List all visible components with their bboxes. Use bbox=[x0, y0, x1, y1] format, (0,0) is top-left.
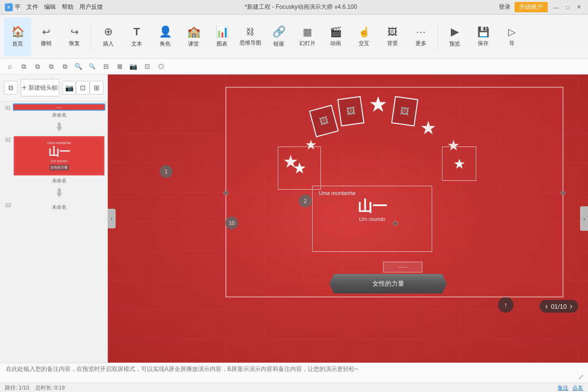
camera-button[interactable]: 📷 bbox=[62, 81, 76, 95]
bottom-bar: ⤢ 路径: 1/10 总时长: 0:19 备注 点名 bbox=[0, 363, 588, 392]
right-collapse-button[interactable]: › bbox=[580, 206, 588, 231]
photo-card-2: 🖼 bbox=[337, 96, 364, 126]
canvas-area[interactable]: ‹ ★ ★ 🖼 bbox=[108, 74, 588, 363]
slide-frame: ★ ★ 🖼 🖼 ★ 🖼 ★ ★ ★ bbox=[225, 87, 564, 297]
slide-thumb-3[interactable]: Lorem ipsum dolor sit amet, consectetur … bbox=[13, 201, 105, 203]
mountain-label: Uma montanha bbox=[318, 190, 426, 196]
nav-icon: ▷ bbox=[508, 26, 515, 38]
close-button[interactable]: ✕ bbox=[575, 3, 583, 11]
action-shape[interactable]: ⬡ bbox=[155, 61, 167, 73]
link-icon: 🔗 bbox=[272, 25, 286, 38]
toolbar-slide[interactable]: ▦ 幻灯片 bbox=[294, 17, 321, 56]
more-icon: ⋯ bbox=[416, 26, 426, 38]
toolbar-role[interactable]: 👤 角色 bbox=[151, 17, 179, 56]
toolbar-redo-label: 恢复 bbox=[69, 40, 80, 47]
upgrade-button[interactable]: 升级账户 bbox=[514, 2, 548, 12]
share-icon: ↑ bbox=[504, 301, 508, 309]
toolbar-redo[interactable]: ↪ 恢复 bbox=[61, 17, 88, 56]
star-3: ★ bbox=[368, 92, 388, 117]
copy-icon: ⧉ bbox=[8, 84, 13, 92]
toolbar-home[interactable]: 🏠 首页 bbox=[4, 17, 31, 56]
menu-ping[interactable]: 平 bbox=[15, 3, 21, 11]
action-copy1[interactable]: ⧉ bbox=[18, 61, 29, 73]
toolbar-undo-label: 撤销 bbox=[41, 40, 51, 47]
sidebar-btn4[interactable]: ⊞ bbox=[90, 81, 103, 95]
menu-feedback[interactable]: 用户反馈 bbox=[79, 3, 103, 11]
sidebar-btn3[interactable]: ⊡ bbox=[76, 81, 90, 95]
notes-area: ⤢ bbox=[0, 363, 588, 383]
slide2-banner-mini: 女性的力量 bbox=[50, 165, 68, 170]
toolbar-more[interactable]: ⋯ 更多 bbox=[407, 17, 435, 56]
toolbar-save[interactable]: 💾 保存 bbox=[469, 17, 497, 56]
name-link[interactable]: 点名 bbox=[572, 384, 583, 392]
small-text-input[interactable]: —— bbox=[383, 262, 422, 272]
toolbar-undo[interactable]: ↩ 撤销 bbox=[32, 17, 60, 56]
maximize-button[interactable]: □ bbox=[564, 3, 571, 11]
toolbar-home-label: 首页 bbox=[12, 40, 23, 48]
toolbar-insert[interactable]: ⊕ 插入 bbox=[95, 17, 122, 56]
minimize-button[interactable]: — bbox=[552, 3, 560, 11]
action-screenshot[interactable]: 📷 bbox=[127, 61, 139, 73]
toolbar-nav-label: 导 bbox=[509, 40, 514, 47]
toolbar-text[interactable]: T 文本 bbox=[123, 17, 150, 56]
notes-expand-button[interactable]: ⤢ bbox=[578, 373, 584, 381]
slide-divider-2 bbox=[13, 185, 105, 199]
login-button[interactable]: 登录 bbox=[499, 3, 511, 11]
toolbar-animate-label: 动画 bbox=[330, 40, 341, 47]
toolbar-class[interactable]: 🏫 课堂 bbox=[180, 17, 207, 56]
slide2-mountain: Uma montanha bbox=[48, 141, 71, 145]
photo-card-1: 🖼 bbox=[309, 105, 339, 138]
action-toolbar: ⌂ ⧉ ⧉ ⧉ ⧉ 🔍 🔍 ⊟ ⊠ 📷 ⊡ ⬡ bbox=[0, 59, 588, 74]
canvas-num-2: 2 bbox=[299, 195, 312, 207]
menu-edit[interactable]: 编辑 bbox=[44, 3, 56, 11]
status-right: 备注 点名 bbox=[558, 384, 583, 392]
menu-bar: 平 文件 编辑 帮助 用户反馈 bbox=[15, 3, 103, 11]
slide-num-2: 02 bbox=[2, 135, 11, 143]
action-zoom-out[interactable]: 🔍 bbox=[86, 61, 98, 73]
action-fit2[interactable]: ⊠ bbox=[114, 61, 125, 73]
new-slide-button[interactable]: + 新建镜头帧 bbox=[21, 79, 59, 97]
notes-link[interactable]: 备注 bbox=[558, 384, 568, 392]
world-label: Um mundo bbox=[318, 216, 426, 222]
path-info: 路径: 1/10 bbox=[5, 384, 29, 392]
toolbar-link-label: 链接 bbox=[273, 40, 284, 48]
action-copy4[interactable]: ⧉ bbox=[59, 61, 71, 73]
toolbar-interact[interactable]: ☝ 交互 bbox=[350, 17, 378, 56]
action-copy3[interactable]: ⧉ bbox=[45, 61, 57, 73]
toolbar-preview[interactable]: ▶ 预览 bbox=[441, 17, 468, 56]
action-fit1[interactable]: ⊟ bbox=[100, 61, 112, 73]
next-slide-button[interactable]: › bbox=[570, 302, 572, 311]
slide-item-3[interactable]: 03 Lorem ipsum dolor sit amet, consectet… bbox=[2, 201, 105, 212]
share-button[interactable]: ↑ bbox=[498, 297, 514, 313]
canvas-num-10: 10 bbox=[225, 217, 238, 229]
action-copy2[interactable]: ⧉ bbox=[31, 61, 43, 73]
slide-num-3: 03 bbox=[2, 201, 11, 208]
photo-card-3: 🖼 bbox=[391, 96, 418, 126]
slide-item-1[interactable]: 01 — 未命名 bbox=[2, 103, 105, 133]
menu-file[interactable]: 文件 bbox=[26, 3, 38, 11]
slide-thumb-2[interactable]: Uma montanha 山一 Um mundo 女性的力量 bbox=[13, 135, 105, 176]
slide-item-2[interactable]: 02 Uma montanha 山一 Um mundo 女性的力量 未命名 bbox=[2, 135, 105, 199]
toolbar-nav[interactable]: ▷ 导 bbox=[498, 17, 525, 56]
action-grid[interactable]: ⊡ bbox=[141, 61, 153, 73]
toolbar-animate[interactable]: 🎬 动画 bbox=[322, 17, 349, 56]
toolbar-text-label: 文本 bbox=[131, 40, 142, 48]
action-home[interactable]: ⌂ bbox=[4, 61, 16, 73]
svg-marker-3 bbox=[56, 193, 62, 197]
action-zoom-in[interactable]: 🔍 bbox=[73, 61, 84, 73]
prev-slide-button[interactable]: ‹ bbox=[545, 302, 548, 311]
slide-thumb-1[interactable]: — bbox=[13, 103, 105, 111]
toolbar-link[interactable]: 🔗 链接 bbox=[265, 17, 293, 56]
toolbar-mindmap[interactable]: ⛓ 思维导图 bbox=[237, 17, 264, 56]
chart-icon: 📊 bbox=[216, 25, 229, 38]
toolbar-save-label: 保存 bbox=[478, 40, 489, 47]
notes-input[interactable] bbox=[6, 365, 582, 381]
menu-help[interactable]: 帮助 bbox=[62, 3, 74, 11]
toolbar-slide-label: 幻灯片 bbox=[299, 40, 316, 47]
toolbar-class-label: 课堂 bbox=[188, 40, 199, 48]
home-icon: 🏠 bbox=[11, 25, 24, 38]
toolbar-bg[interactable]: 🖼 背景 bbox=[379, 17, 406, 56]
copy-frame-button[interactable]: ⧉ bbox=[4, 81, 18, 95]
left-collapse-button[interactable]: ‹ bbox=[108, 209, 116, 228]
toolbar-chart[interactable]: 📊 图表 bbox=[208, 17, 236, 56]
